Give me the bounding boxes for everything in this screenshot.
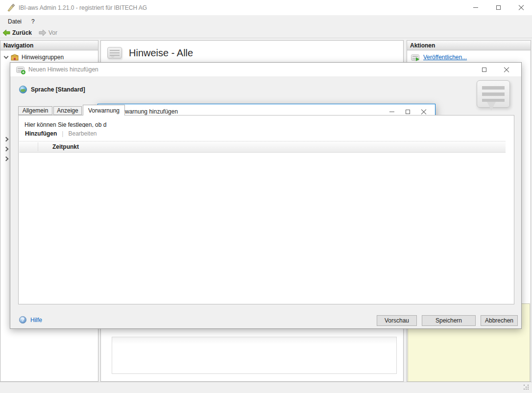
close-button[interactable] <box>509 0 532 15</box>
vorwarnung-tab-panel: Hier können Sie festlegen, ob d Hinzufüg… <box>18 115 514 304</box>
add-note-icon <box>16 67 24 73</box>
list-toolbar: Hinzufügen | Bearbeiten <box>19 127 513 140</box>
globe-icon <box>19 86 27 93</box>
arrow-right-icon <box>39 29 47 36</box>
back-label: Zurück <box>12 29 32 36</box>
page-title: Hinweise - Alle <box>129 47 193 59</box>
dialog1-titlebar: Neuen Hinweis hinzufügen <box>10 63 521 76</box>
minimize-button[interactable] <box>464 0 487 15</box>
nav-toolbar: Zurück Vor <box>0 28 532 38</box>
dialog1-maximize-button[interactable] <box>473 63 495 76</box>
close-icon <box>504 67 509 72</box>
maximize-button[interactable] <box>487 0 509 15</box>
publish-icon <box>411 54 419 61</box>
arrow-left-icon <box>2 29 10 36</box>
tab-vorwarnung[interactable]: Vorwarnung <box>83 105 125 116</box>
menu-datei[interactable]: Datei <box>3 16 26 27</box>
close-icon <box>518 5 524 10</box>
dialog1-save-button[interactable]: Speichern <box>422 315 476 326</box>
help-link[interactable]: Hilfe <box>30 317 42 324</box>
forward-button[interactable]: Vor <box>39 29 57 36</box>
column-separator <box>38 142 38 151</box>
menubar: Datei ? <box>0 15 532 28</box>
dialog1-close-button[interactable] <box>495 63 517 76</box>
minimize-icon <box>473 7 478 8</box>
navigation-header: Navigation <box>0 40 98 50</box>
window-title: IBI-aws Admin 1.21.0 - registriert für I… <box>19 4 147 11</box>
list-header-row[interactable]: Zeitpunkt <box>19 141 506 153</box>
forward-label: Vor <box>48 29 57 36</box>
titlebar: IBI-aws Admin 1.21.0 - registriert für I… <box>0 0 532 15</box>
hinweise-icon <box>107 47 122 59</box>
toolbar-separator: | <box>62 130 63 137</box>
help-icon <box>19 316 26 324</box>
tab-anzeige[interactable]: Anzeige <box>53 106 82 115</box>
dialog1-preview-button[interactable]: Vorschau <box>377 315 417 326</box>
add-entry-button[interactable]: Hinzufügen <box>25 130 57 137</box>
app-icon <box>7 3 15 12</box>
dialog1-title: Neuen Hinweis hinzufügen <box>28 66 98 73</box>
edit-entry-button[interactable]: Bearbeiten <box>68 130 97 137</box>
actions-header: Aktionen <box>407 40 531 50</box>
package-icon <box>11 54 19 61</box>
maximize-icon <box>406 110 410 114</box>
publish-link[interactable]: Veröffentlichen... <box>423 54 467 61</box>
column-zeitpunkt[interactable]: Zeitpunkt <box>52 143 79 150</box>
chevron-right-icon[interactable] <box>4 157 9 162</box>
language-label: Sprache [Standard] <box>31 86 85 93</box>
minimize-icon <box>389 112 394 112</box>
status-bar <box>0 382 532 393</box>
menu-help[interactable]: ? <box>26 16 40 27</box>
app-window: IBI-aws Admin 1.21.0 - registriert für I… <box>0 0 532 393</box>
chevron-right-icon[interactable] <box>4 137 9 142</box>
tree-item-label: Hinweisgruppen <box>22 54 64 61</box>
maximize-icon <box>496 5 501 10</box>
back-button[interactable]: Zurück <box>2 29 32 36</box>
arrow-badge-icon <box>416 57 421 61</box>
chevron-right-icon[interactable] <box>4 147 9 152</box>
content-inner-box <box>112 337 397 374</box>
help-action[interactable]: Hilfe <box>19 316 42 324</box>
language-selector[interactable]: Sprache [Standard] <box>19 86 85 93</box>
chevron-down-icon[interactable] <box>4 54 9 59</box>
watermark-bubble-icon <box>477 80 510 108</box>
tree-item-hinweisgruppen[interactable]: Hinweisgruppen <box>0 52 98 62</box>
dialog2-title: Vorwarnung hinzufügen <box>116 108 178 115</box>
close-icon <box>421 109 426 115</box>
plus-badge-icon <box>21 70 25 74</box>
dialog-neuer-hinweis: Neuen Hinweis hinzufügen Sprache [Standa… <box>10 62 522 329</box>
publish-action[interactable]: Veröffentlichen... <box>411 54 467 61</box>
tab-allgemein[interactable]: Allgemein <box>18 106 52 115</box>
maximize-icon <box>482 68 486 72</box>
dialog1-cancel-button[interactable]: Abbrechen <box>481 315 518 326</box>
resize-grip[interactable] <box>524 385 530 391</box>
